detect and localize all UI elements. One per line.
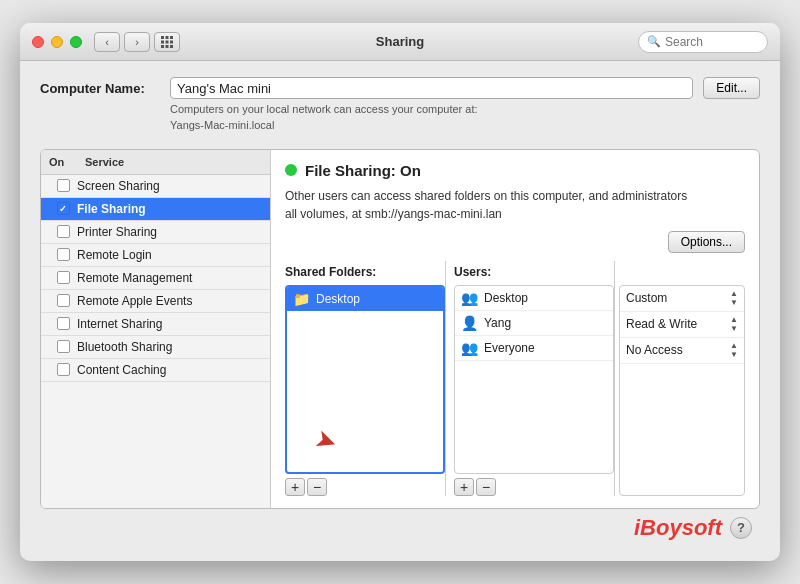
sidebar-item-bluetooth-sharing[interactable]: Bluetooth Sharing <box>41 336 270 359</box>
minimize-button[interactable] <box>51 36 63 48</box>
traffic-lights <box>32 36 82 48</box>
sidebar-item-remote-apple-events[interactable]: Remote Apple Events <box>41 290 270 313</box>
svg-rect-5 <box>170 40 173 43</box>
perm-custom-stepper[interactable]: ▲ ▼ <box>730 290 738 307</box>
internet-sharing-checkbox[interactable] <box>57 317 70 330</box>
remote-management-checkbox[interactable] <box>57 271 70 284</box>
status-title: File Sharing: On <box>305 162 421 179</box>
folders-list-wrap: 📁 Desktop ➤ <box>285 285 445 474</box>
search-bar[interactable]: 🔍 <box>638 31 768 53</box>
perm-item-no-access[interactable]: No Access ▲ ▼ <box>620 338 744 364</box>
options-button[interactable]: Options... <box>668 231 745 253</box>
remove-folder-button[interactable]: − <box>307 478 327 496</box>
user-desktop-icon: 👥 <box>461 290 478 306</box>
shared-folders-col: Shared Folders: 📁 Desktop ➤ + <box>285 261 446 496</box>
screen-sharing-checkbox[interactable] <box>57 179 70 192</box>
folder-name: Desktop <box>316 292 360 306</box>
svg-rect-1 <box>166 36 169 39</box>
status-row: File Sharing: On <box>285 162 745 179</box>
remove-user-button[interactable]: − <box>476 478 496 496</box>
user-item-yang[interactable]: 👤 Yang <box>455 311 613 336</box>
content-caching-checkbox[interactable] <box>57 363 70 376</box>
sidebar-item-remote-login[interactable]: Remote Login <box>41 244 270 267</box>
user-item-everyone[interactable]: 👥 Everyone <box>455 336 613 361</box>
users-header: Users: <box>454 261 614 285</box>
sidebar-items-list: Screen Sharing ➤ File Sharing Printer <box>41 175 270 382</box>
col-on-header: On <box>49 156 85 168</box>
add-folder-button[interactable]: + <box>285 478 305 496</box>
perm-item-read-write[interactable]: Read & Write ▲ ▼ <box>620 312 744 338</box>
perm-read-write-label: Read & Write <box>626 317 697 331</box>
computer-name-right: Computers on your local network can acce… <box>170 77 760 133</box>
checkbox-wrap <box>49 202 77 215</box>
printer-sharing-checkbox[interactable] <box>57 225 70 238</box>
perm-up-icon[interactable]: ▲ <box>730 316 738 324</box>
user-item-desktop[interactable]: 👥 Desktop <box>455 286 613 311</box>
nav-buttons: ‹ › <box>94 32 150 52</box>
sidebar-item-screen-sharing[interactable]: Screen Sharing <box>41 175 270 198</box>
remote-apple-events-checkbox[interactable] <box>57 294 70 307</box>
forward-button[interactable]: › <box>124 32 150 52</box>
iboysoft-logo: iBoysoft <box>634 515 722 541</box>
status-description: Other users can access shared folders on… <box>285 187 745 223</box>
computer-name-input[interactable] <box>170 77 693 99</box>
permissions-col: P Custom ▲ ▼ Read & Write <box>615 261 745 496</box>
users-add-remove: + − <box>454 478 614 496</box>
help-button[interactable]: ? <box>730 517 752 539</box>
sidebar-item-file-sharing[interactable]: ➤ File Sharing <box>41 198 270 221</box>
status-indicator <box>285 164 297 176</box>
grid-icon <box>160 35 174 49</box>
content-caching-label: Content Caching <box>77 363 166 377</box>
back-button[interactable]: ‹ <box>94 32 120 52</box>
perm-no-access-stepper[interactable]: ▲ ▼ <box>730 342 738 359</box>
perm-item-custom[interactable]: Custom ▲ ▼ <box>620 286 744 312</box>
close-button[interactable] <box>32 36 44 48</box>
sidebar-item-printer-sharing[interactable]: Printer Sharing <box>41 221 270 244</box>
bluetooth-sharing-label: Bluetooth Sharing <box>77 340 172 354</box>
remote-apple-events-label: Remote Apple Events <box>77 294 192 308</box>
remote-login-label: Remote Login <box>77 248 152 262</box>
sharing-window: ‹ › Sharing 🔍 <box>20 23 780 561</box>
remote-management-label: Remote Management <box>77 271 192 285</box>
right-panel: File Sharing: On Other users can access … <box>271 150 759 508</box>
perm-down-icon[interactable]: ▼ <box>730 351 738 359</box>
file-sharing-checkbox[interactable] <box>57 202 70 215</box>
file-sharing-label: File Sharing <box>77 202 146 216</box>
screen-sharing-label: Screen Sharing <box>77 179 160 193</box>
content-area: Computer Name: Computers on your local n… <box>20 61 780 561</box>
edit-button[interactable]: Edit... <box>703 77 760 99</box>
perm-custom-label: Custom <box>626 291 667 305</box>
folder-item-desktop[interactable]: 📁 Desktop <box>287 287 443 311</box>
maximize-button[interactable] <box>70 36 82 48</box>
options-row: Options... <box>285 231 745 253</box>
checkbox-wrap <box>49 271 77 284</box>
search-icon: 🔍 <box>647 35 661 48</box>
svg-rect-7 <box>166 45 169 48</box>
bluetooth-sharing-checkbox[interactable] <box>57 340 70 353</box>
remote-login-checkbox[interactable] <box>57 248 70 261</box>
add-user-button[interactable]: + <box>454 478 474 496</box>
computer-name-label: Computer Name: <box>40 77 170 96</box>
search-input[interactable] <box>665 35 759 49</box>
perm-up-icon[interactable]: ▲ <box>730 342 738 350</box>
computer-name-input-wrap: Computers on your local network can acce… <box>170 77 693 133</box>
perm-down-icon[interactable]: ▼ <box>730 299 738 307</box>
permissions-list: Custom ▲ ▼ Read & Write ▲ ▼ <box>619 285 745 496</box>
checkbox-wrap <box>49 225 77 238</box>
perm-down-icon[interactable]: ▼ <box>730 325 738 333</box>
users-list: 👥 Desktop 👤 Yang 👥 Everyone <box>454 285 614 474</box>
user-everyone-name: Everyone <box>484 341 535 355</box>
perm-read-write-stepper[interactable]: ▲ ▼ <box>730 316 738 333</box>
grid-button[interactable] <box>154 32 180 52</box>
sidebar-item-remote-management[interactable]: Remote Management <box>41 267 270 290</box>
col-service-header: Service <box>85 156 124 168</box>
checkbox-wrap <box>49 248 77 261</box>
user-everyone-icon: 👥 <box>461 340 478 356</box>
folders-add-remove: + − <box>285 478 445 496</box>
sidebar-item-content-caching[interactable]: Content Caching <box>41 359 270 382</box>
checkbox-wrap <box>49 317 77 330</box>
sidebar-item-internet-sharing[interactable]: Internet Sharing <box>41 313 270 336</box>
user-yang-name: Yang <box>484 316 511 330</box>
perm-up-icon[interactable]: ▲ <box>730 290 738 298</box>
users-col: Users: 👥 Desktop 👤 Yang 👥 <box>446 261 615 496</box>
